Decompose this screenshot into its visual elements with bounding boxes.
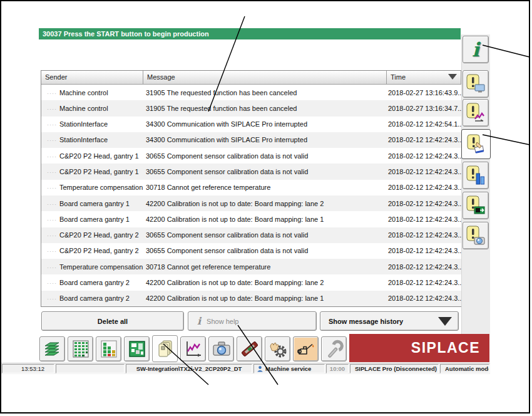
camera-icon <box>212 340 231 358</box>
cell-message: 30655 Component sensor calibration data … <box>143 168 387 175</box>
cell-message: 31905 The requested function has been ca… <box>143 105 387 112</box>
table-row[interactable]: Machine control31905 The requested funct… <box>41 85 461 100</box>
table-row[interactable]: Machine control31905 The requested funct… <box>41 100 461 116</box>
cell-sender: C&P20 P2 Head, gantry 1 <box>41 152 143 160</box>
cell-sender: Board camera gantry 1 <box>41 216 143 223</box>
message-monitor-icon <box>465 74 486 94</box>
cell-message: 30655 Component sensor calibration data … <box>143 231 387 239</box>
table-row[interactable]: Board camera gantry 142200 Calibration i… <box>41 195 461 211</box>
status-spacer <box>56 364 125 373</box>
sidebar-button-info[interactable] <box>463 36 489 63</box>
cell-message: 42200 Calibration is not up to date: Boa… <box>143 279 387 286</box>
component-bars-icon <box>100 340 118 358</box>
cell-sender: StationInterface <box>41 136 143 143</box>
component-icon <box>240 340 259 358</box>
status-connection: SIPLACE Pro (Disconnected) <box>350 364 439 373</box>
table-row[interactable]: StationInterface34300 Communication with… <box>41 117 461 132</box>
sidebar-button-message-snapshot[interactable] <box>463 222 489 249</box>
column-header-sender[interactable]: Sender <box>41 71 143 85</box>
cell-message: 34300 Communication with SIPLACE Pro int… <box>143 136 387 143</box>
siplace-operator-screen: 30037 Press the START button to begin pr… <box>0 0 532 416</box>
show-message-history-button[interactable]: Show message history <box>320 311 459 331</box>
toolbar-button-feeder-table[interactable] <box>68 336 93 361</box>
cell-message: 42200 Calibration is not up to date: Boa… <box>143 200 387 207</box>
mode-label: Automatic mode <box>445 365 489 372</box>
user-icon <box>257 365 263 373</box>
cell-time: 2018-02-12 12:42:24.3... <box>387 152 461 160</box>
cell-sender: C&P20 P2 Head, gantry 1 <box>41 168 143 175</box>
message-levels-icon <box>465 165 486 185</box>
table-row[interactable]: C&P20 P2 Head, gantry 130655 Component s… <box>41 164 461 179</box>
sidebar-button-message-export[interactable] <box>463 192 489 219</box>
status-clock: 13:53:12 <box>2 364 54 373</box>
show-help-button[interactable]: Show help <box>188 311 317 331</box>
cell-time: 2018-02-12 12:42:24.3... <box>387 184 461 191</box>
cell-sender: Temperature compensation f... <box>41 184 143 191</box>
cell-time: 2018-02-12 12:42:24.3... <box>387 247 461 254</box>
table-row[interactable]: C&P20 P2 Head, gantry 130655 Component s… <box>41 148 461 164</box>
cell-sender: StationInterface <box>41 120 143 128</box>
message-table-body: Machine control31905 The requested funct… <box>41 85 461 306</box>
table-row[interactable]: Board camera gantry 142200 Calibration i… <box>41 211 461 227</box>
toolbar-button-messages[interactable] <box>152 335 178 362</box>
message-snapshot-icon <box>465 226 486 246</box>
table-row[interactable]: Temperature compensation f...30718 Canno… <box>41 259 461 274</box>
message-export-icon <box>465 195 486 216</box>
toolbar-button-component-bars[interactable] <box>96 336 121 361</box>
cell-message: 42200 Calibration is not up to date: Boa… <box>143 216 387 223</box>
cell-time: 2018-02-27 13:16:43.9... <box>387 89 461 96</box>
table-row[interactable]: C&P20 P2 Head, gantry 230655 Component s… <box>41 243 461 259</box>
table-row[interactable]: StationInterface34300 Communication with… <box>41 132 461 148</box>
status-countdown: 10:00 <box>326 364 349 373</box>
cell-time: 2018-02-12 12:42:24.3... <box>387 168 461 175</box>
toolbar-button-wrench[interactable] <box>321 336 347 361</box>
toolbar-button-board-stack[interactable] <box>39 336 65 361</box>
cell-time: 2018-02-12 12:42:24.3... <box>387 231 461 239</box>
message-banner: 30037 Press the START button to begin pr… <box>39 28 461 39</box>
sidebar-button-message-interactive[interactable] <box>461 129 491 159</box>
cell-time: 2018-02-12 12:42:24.3... <box>387 294 461 302</box>
toolbar-button-camera[interactable] <box>208 336 234 361</box>
sidebar-button-message-monitor[interactable] <box>463 70 489 98</box>
toolbar-button-oil-can[interactable] <box>293 336 319 361</box>
toolbar-button-pcb[interactable] <box>124 336 150 361</box>
help-info-icon <box>197 315 201 327</box>
sidebar-button-message-levels[interactable] <box>463 162 489 189</box>
delete-all-button[interactable]: Delete all <box>41 311 184 331</box>
cell-time: 2018-02-27 13:16:34.7... <box>387 105 461 112</box>
cell-sender: Temperature compensation f... <box>41 263 143 271</box>
cell-message: 42200 Calibration is not up to date: Boa… <box>143 294 387 302</box>
cell-message: 30655 Component sensor calibration data … <box>143 247 387 254</box>
siplace-logo: SIPLACE <box>349 334 489 362</box>
table-row[interactable]: Board camera gantry 242200 Calibration i… <box>41 291 461 306</box>
cell-time: 2018-02-12 12:42:24.3... <box>387 136 461 143</box>
status-machine-service: Machine service <box>253 364 325 373</box>
cell-time: 2018-02-12 12:42:54.1... <box>387 120 461 128</box>
sidebar-button-message-statistics[interactable] <box>463 99 489 127</box>
table-row[interactable]: C&P20 P2 Head, gantry 230655 Component s… <box>41 227 461 243</box>
dropdown-arrow-icon <box>438 317 452 326</box>
cell-message: 30655 Component sensor calibration data … <box>143 152 387 160</box>
toolbar-button-component[interactable] <box>237 336 262 361</box>
cell-sender: Board camera gantry 1 <box>41 200 143 207</box>
machine-service-label: Machine service <box>265 365 311 372</box>
info-icon <box>472 38 479 61</box>
toolbar-button-statistics[interactable] <box>180 336 206 361</box>
column-header-time-label: Time <box>391 73 406 81</box>
sort-desc-icon[interactable] <box>448 74 457 80</box>
message-table: Sender Message Time Machine control31905… <box>41 70 462 307</box>
show-help-label: Show help <box>207 318 238 325</box>
table-row[interactable]: Temperature compensation f...30718 Canno… <box>41 180 461 195</box>
status-bar: 13:53:12 SW-Integration\TX2i-V2_2CP20P2_… <box>1 363 490 374</box>
wrench-icon <box>325 340 344 358</box>
messages-icon <box>156 340 175 358</box>
cell-sender: C&P20 P2 Head, gantry 2 <box>41 247 143 254</box>
column-header-message[interactable]: Message <box>143 71 387 85</box>
table-row[interactable]: Board camera gantry 242200 Calibration i… <box>41 274 461 290</box>
hand-gear-icon <box>269 340 287 358</box>
cell-time: 2018-02-12 12:42:24.3... <box>387 200 461 207</box>
toolbar-button-hand-gear[interactable] <box>265 336 290 361</box>
column-header-time[interactable]: Time <box>387 71 461 85</box>
message-statistics-icon <box>465 103 486 123</box>
status-line-path: SW-Integration\TX2i-V2_2CP20P2_DT <box>126 364 252 373</box>
